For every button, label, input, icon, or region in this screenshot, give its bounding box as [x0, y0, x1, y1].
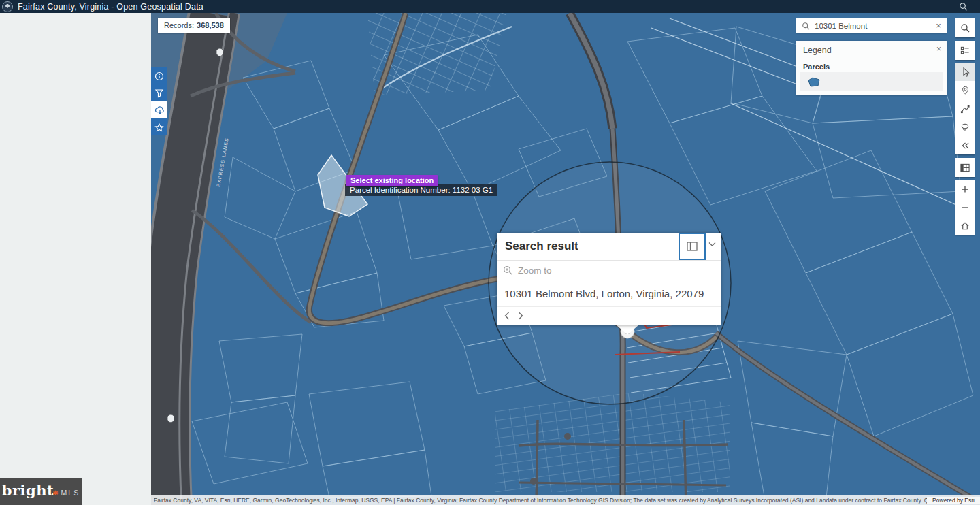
basemap-gallery-button[interactable]	[956, 158, 975, 177]
search-input[interactable]: 10301 Belmont	[815, 22, 930, 30]
chevron-right-icon[interactable]	[518, 312, 523, 320]
filter-icon	[154, 88, 164, 98]
home-icon	[960, 221, 970, 230]
double-chevron-left-icon	[961, 142, 970, 150]
basemap-grid-icon	[960, 163, 970, 172]
search-result-popup: Search result Zoom to 10301 Belmont B	[497, 233, 721, 325]
parcel-swatch	[807, 76, 821, 88]
chevron-left-icon[interactable]	[504, 312, 510, 320]
collapse-toolbar-button[interactable]	[956, 136, 975, 154]
info-button[interactable]	[151, 67, 167, 84]
legend-header: Legend ×	[796, 41, 947, 59]
subdivision-grid-south	[495, 393, 730, 492]
search-tool-button[interactable]	[956, 18, 975, 37]
minus-icon	[961, 203, 969, 212]
legend-title: Legend	[803, 46, 832, 55]
cloud-download-icon	[154, 105, 165, 115]
dock-popup-button[interactable]	[679, 233, 706, 260]
plus-icon	[961, 185, 969, 193]
search-icon	[960, 23, 970, 33]
cursor-arrow-icon	[961, 67, 970, 77]
app-title: Fairfax County, Virginia - Open Geospati…	[18, 2, 203, 12]
app-window: EXPRESS LANES Fairfax County, Virginia -…	[0, 0, 980, 505]
legend-list-icon	[960, 46, 970, 55]
polyline-select-tool[interactable]	[956, 99, 975, 118]
chevron-down-icon	[708, 242, 716, 247]
map-pin-icon	[961, 86, 970, 95]
map-search-box[interactable]: 10301 Belmont ×	[796, 18, 947, 33]
home-extent-button[interactable]	[956, 216, 975, 235]
popup-pagination	[497, 306, 721, 325]
popup-header: Search result	[497, 233, 721, 261]
zoom-controls-group	[956, 180, 975, 235]
zoom-out-button[interactable]	[956, 198, 975, 216]
collapse-popup-button[interactable]	[708, 242, 718, 251]
clear-search-button[interactable]: ×	[930, 18, 947, 33]
polyline-icon	[960, 104, 970, 114]
point-select-tool[interactable]	[956, 81, 975, 99]
popup-callout-arrow	[616, 325, 639, 335]
panel-tools-toolbar	[151, 67, 167, 135]
logo-accent-dot: ✱	[52, 489, 58, 497]
powered-by-esri: Powered by Esri	[927, 497, 980, 504]
info-icon	[154, 71, 164, 81]
select-arrow-tool[interactable]	[956, 63, 975, 81]
header-search-button[interactable]	[959, 2, 968, 11]
lasso-icon	[960, 123, 970, 132]
records-count-badge: Records: 368,538	[158, 18, 230, 33]
select-tools-group	[956, 63, 975, 154]
legend-layer-name: Parcels	[803, 63, 830, 71]
download-tool-button[interactable]	[151, 101, 167, 118]
zoom-in-icon	[503, 265, 513, 276]
map-attribution: Fairfax County, VA, VITA, Esri, HERE, Ga…	[151, 495, 980, 505]
result-address: 10301 Belmont Blvd, Lorton, Virginia, 22…	[497, 280, 721, 306]
star-icon	[154, 123, 164, 132]
attribution-sources: Fairfax County, VA, VITA, Esri, HERE, Ga…	[151, 497, 927, 504]
header-bar: Fairfax County, Virginia - Open Geospati…	[0, 0, 980, 13]
county-seal-logo	[2, 1, 13, 12]
dock-icon	[687, 242, 698, 251]
favorites-button[interactable]	[151, 118, 167, 135]
subdivision-grid-north	[368, 13, 506, 95]
select-location-tooltip: Select existing location	[346, 175, 438, 186]
legend-tool-button[interactable]	[956, 41, 975, 60]
bright-mls-logo: bright✱ MLS	[0, 478, 82, 505]
lasso-select-tool[interactable]	[956, 118, 975, 136]
search-icon	[802, 22, 810, 30]
popup-title: Search result	[505, 240, 578, 253]
close-legend-button[interactable]: ×	[936, 44, 941, 54]
legend-symbol-row	[800, 72, 943, 91]
search-icon	[959, 2, 968, 11]
filter-button[interactable]	[151, 84, 167, 101]
zoom-to-action[interactable]: Zoom to	[497, 261, 721, 280]
legend-panel: Legend × Parcels	[796, 41, 947, 95]
download-options-panel	[0, 13, 151, 505]
zoom-in-button[interactable]	[956, 180, 975, 198]
